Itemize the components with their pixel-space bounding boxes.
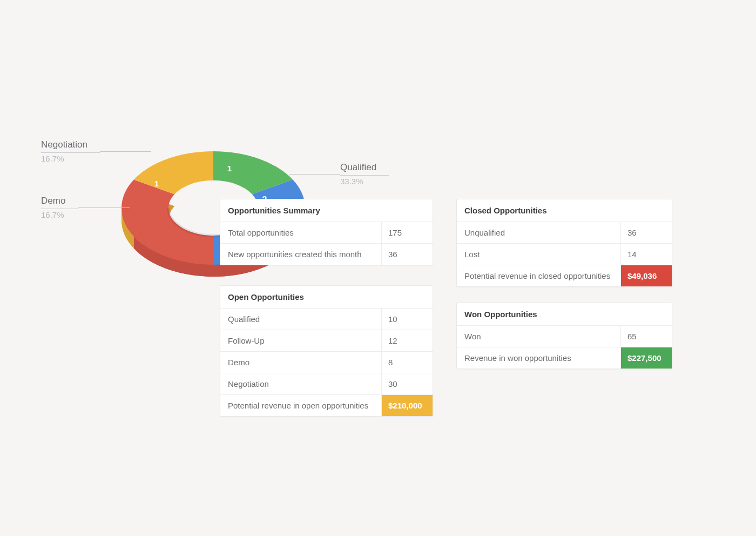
table-closed: Closed Opportunities Unqualified 36 Lost…	[456, 199, 672, 287]
row-key: Won	[457, 326, 620, 347]
table-row: Follow-Up 12	[220, 330, 433, 352]
slice-value-demo: 1	[154, 179, 159, 188]
label-pct: 16.7%	[41, 210, 79, 220]
table-row: Won 65	[457, 326, 672, 347]
row-value: 14	[620, 244, 672, 265]
table-row: Potential revenue in closed opportunitie…	[457, 265, 672, 286]
table-row: Unqualified 36	[457, 222, 672, 244]
row-value: $227,500	[620, 347, 672, 368]
row-value: 12	[381, 330, 433, 351]
table-header: Won Opportunities	[457, 303, 672, 326]
row-key: Negotiation	[220, 373, 381, 394]
label-text: Demo	[41, 196, 79, 206]
table-row: Negotiation 30	[220, 373, 433, 395]
row-key: Demo	[220, 352, 381, 373]
row-value: 8	[381, 352, 433, 373]
label-qualified: Qualified 33.3%	[340, 162, 389, 186]
table-row: Demo 8	[220, 352, 433, 373]
row-key: Total opportunities	[220, 222, 381, 243]
table-row: Qualified 10	[220, 309, 433, 330]
label-demo: Demo 16.7%	[41, 196, 79, 220]
table-won: Won Opportunities Won 65 Revenue in won …	[456, 303, 672, 369]
table-open: Open Opportunities Qualified 10 Follow-U…	[220, 285, 433, 417]
row-value: 65	[620, 326, 672, 347]
table-row: Potential revenue in open opportunities …	[220, 395, 433, 416]
row-key: Potential revenue in closed opportunitie…	[457, 265, 620, 286]
row-value: $49,036	[620, 265, 672, 286]
table-row: Lost 14	[457, 244, 672, 265]
table-row: New opportunities created this month 36	[220, 244, 433, 265]
row-value: 30	[381, 373, 433, 394]
label-text: Qualified	[340, 162, 389, 173]
row-value: 175	[381, 222, 433, 243]
row-value: 36	[620, 222, 672, 243]
label-pct: 33.3%	[340, 177, 389, 186]
row-key: Lost	[457, 244, 620, 265]
row-key: Revenue in won opportunities	[457, 347, 620, 368]
label-pct: 16.7%	[41, 154, 100, 164]
table-row: Revenue in won opportunities $227,500	[457, 347, 672, 368]
row-value: 36	[381, 244, 433, 265]
row-key: Qualified	[220, 309, 381, 330]
row-value: 10	[381, 309, 433, 330]
label-text: Negotiation	[41, 139, 100, 150]
table-header: Closed Opportunities	[457, 199, 672, 222]
table-summary: Opportunities Summary Total opportunitie…	[220, 199, 433, 265]
row-key: Follow-Up	[220, 330, 381, 351]
label-negotiation: Negotiation 16.7%	[41, 139, 100, 164]
table-header: Open Opportunities	[220, 286, 433, 309]
row-key: Unqualified	[457, 222, 620, 243]
slice-value-negotiation: 1	[227, 164, 232, 173]
row-key: Potential revenue in open opportunities	[220, 395, 381, 416]
table-row: Total opportunities 175	[220, 222, 433, 244]
row-key: New opportunities created this month	[220, 244, 381, 265]
table-header: Opportunities Summary	[220, 199, 433, 222]
row-value: $210,000	[381, 395, 433, 416]
